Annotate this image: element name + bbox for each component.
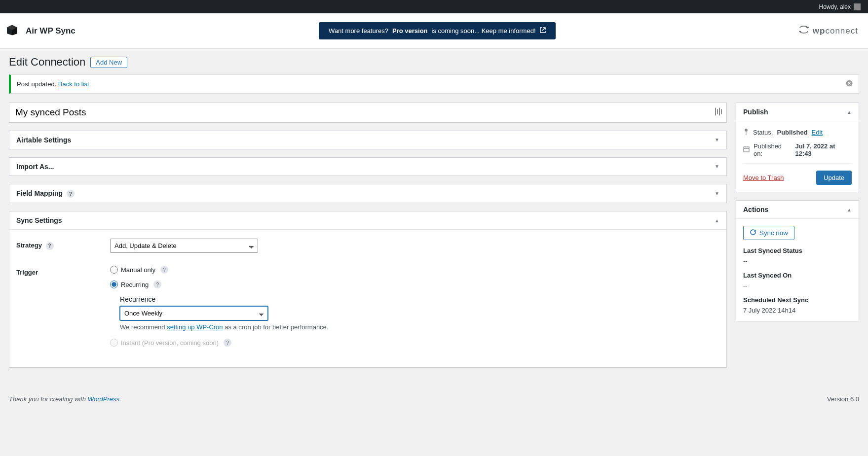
- status-edit-link[interactable]: Edit: [812, 129, 823, 136]
- wordpress-link[interactable]: WordPress: [88, 395, 119, 403]
- trigger-manual-label: Manual only: [121, 266, 155, 274]
- wpc-connect: connect: [825, 26, 858, 35]
- status-label: Status:: [753, 129, 773, 136]
- title-input-wrap: [9, 103, 727, 123]
- wpc-wp: wp: [813, 26, 826, 35]
- status-value: Published: [777, 129, 807, 136]
- box-icon: [7, 24, 21, 37]
- move-to-trash-link[interactable]: Move to Trash: [743, 174, 784, 181]
- svg-rect-10: [744, 147, 749, 152]
- import-as-toggle[interactable]: Import As... ▼: [9, 158, 726, 175]
- page-header: Edit Connection Add New: [9, 56, 859, 69]
- chevron-up-icon: ▲: [715, 218, 719, 223]
- svg-rect-9: [746, 131, 747, 135]
- trigger-recurring-radio[interactable]: [110, 281, 118, 288]
- publish-title: Publish: [743, 108, 768, 116]
- svg-rect-6: [719, 108, 720, 116]
- actions-toggle[interactable]: Actions ▲: [736, 201, 859, 218]
- back-to-list-link[interactable]: Back to list: [58, 80, 89, 88]
- notice-success: Post updated. Back to list: [9, 74, 859, 94]
- brand-bar: Air WP Sync Want more features? Pro vers…: [0, 13, 868, 49]
- trigger-label: Trigger: [16, 266, 110, 276]
- banner-prefix: Want more features?: [329, 27, 388, 35]
- banner-bold: Pro version: [392, 27, 428, 35]
- svg-rect-5: [717, 109, 718, 114]
- help-icon[interactable]: ?: [67, 190, 75, 198]
- refresh-icon: [750, 229, 756, 237]
- trigger-instant-label: Instant (Pro version, coming soon): [121, 339, 219, 347]
- sync-arrows-icon: [799, 26, 809, 36]
- published-on-label: Published on:: [754, 142, 792, 157]
- brand-title: Air WP Sync: [26, 26, 75, 36]
- field-mapping-title: Field Mapping: [16, 189, 63, 197]
- dismiss-notice-button[interactable]: [846, 80, 853, 88]
- add-new-button[interactable]: Add New: [90, 57, 127, 68]
- help-icon[interactable]: ?: [153, 281, 161, 288]
- strategy-label: Strategy ?: [16, 239, 110, 250]
- notice-text: Post updated.: [17, 80, 58, 88]
- airtable-settings-box: Airtable Settings ▼: [9, 131, 727, 149]
- recurrence-label: Recurrence: [120, 295, 719, 303]
- pin-icon: [743, 128, 749, 137]
- brand-left: Air WP Sync: [7, 24, 75, 37]
- help-icon[interactable]: ?: [224, 339, 231, 347]
- trigger-manual-option[interactable]: Manual only ?: [110, 266, 719, 274]
- trigger-recurring-option[interactable]: Recurring ?: [110, 281, 719, 288]
- admin-footer: Thank you for creating with WordPress. V…: [0, 376, 868, 412]
- svg-rect-7: [721, 109, 722, 114]
- airtable-settings-toggle[interactable]: Airtable Settings ▼: [9, 131, 726, 149]
- next-sync-label: Scheduled Next Sync: [743, 296, 852, 304]
- cron-hint: We recommend setting up WP-Cron as a cro…: [120, 323, 719, 331]
- trigger-manual-radio[interactable]: [110, 266, 118, 274]
- publish-box: Publish ▲ Status: Published Edit: [736, 103, 859, 192]
- sync-settings-box: Sync Settings ▲ Strategy ? Add, Update &…: [9, 211, 727, 368]
- pro-banner[interactable]: Want more features? Pro version is comin…: [319, 22, 555, 39]
- strategy-select[interactable]: Add, Update & Delete: [110, 239, 258, 253]
- update-button[interactable]: Update: [816, 171, 852, 185]
- last-on-value: --: [743, 282, 852, 289]
- last-status-label: Last Synced Status: [743, 247, 852, 254]
- published-on-value: Jul 7, 2022 at 12:43: [795, 142, 852, 157]
- page-title: Edit Connection: [9, 56, 85, 69]
- help-icon[interactable]: ?: [46, 242, 54, 250]
- chevron-up-icon: ▲: [847, 207, 852, 212]
- svg-rect-4: [715, 108, 716, 116]
- sync-settings-title: Sync Settings: [16, 216, 62, 224]
- trigger-instant-radio: [110, 339, 118, 347]
- last-on-label: Last Synced On: [743, 272, 852, 279]
- trigger-recurring-label: Recurring: [121, 281, 149, 288]
- banner-suffix: is coming soon... Keep me informed!: [432, 27, 536, 35]
- chevron-down-icon: ▼: [715, 137, 719, 142]
- connection-title-input[interactable]: [9, 103, 727, 123]
- title-toggle-icon[interactable]: [715, 108, 722, 117]
- chevron-up-icon: ▲: [847, 109, 852, 115]
- avatar[interactable]: [854, 3, 861, 10]
- actions-title: Actions: [743, 206, 768, 213]
- actions-box: Actions ▲ Sync now Last Synced Status --…: [736, 200, 859, 321]
- trigger-instant-option: Instant (Pro version, coming soon) ?: [110, 339, 719, 347]
- chevron-down-icon: ▼: [715, 164, 719, 169]
- admin-greeting[interactable]: Howdy, alex: [819, 3, 851, 10]
- external-link-icon: [540, 27, 546, 35]
- import-as-box: Import As... ▼: [9, 157, 727, 176]
- last-status-value: --: [743, 257, 852, 265]
- field-mapping-toggle[interactable]: Field Mapping ? ▼: [9, 184, 726, 203]
- recurrence-select[interactable]: Once Weekly: [120, 306, 268, 320]
- airtable-settings-title: Airtable Settings: [16, 136, 71, 144]
- admin-bar: Howdy, alex: [0, 0, 868, 13]
- wpconnect-brand: wpconnect: [799, 26, 858, 36]
- sync-now-label: Sync now: [759, 229, 788, 237]
- wp-version: Version 6.0: [827, 395, 859, 403]
- publish-toggle[interactable]: Publish ▲: [736, 103, 859, 121]
- sync-settings-toggle[interactable]: Sync Settings ▲: [9, 211, 726, 229]
- chevron-down-icon: ▼: [715, 191, 719, 196]
- calendar-icon: [743, 146, 750, 154]
- wp-cron-link[interactable]: setting up WP-Cron: [167, 323, 223, 331]
- next-sync-value: 7 July 2022 14h14: [743, 307, 852, 314]
- help-icon[interactable]: ?: [160, 266, 168, 274]
- footer-thanks: Thank you for creating with: [9, 395, 88, 403]
- import-as-title: Import As...: [16, 163, 54, 171]
- sync-now-button[interactable]: Sync now: [743, 226, 794, 240]
- field-mapping-box: Field Mapping ? ▼: [9, 184, 727, 204]
